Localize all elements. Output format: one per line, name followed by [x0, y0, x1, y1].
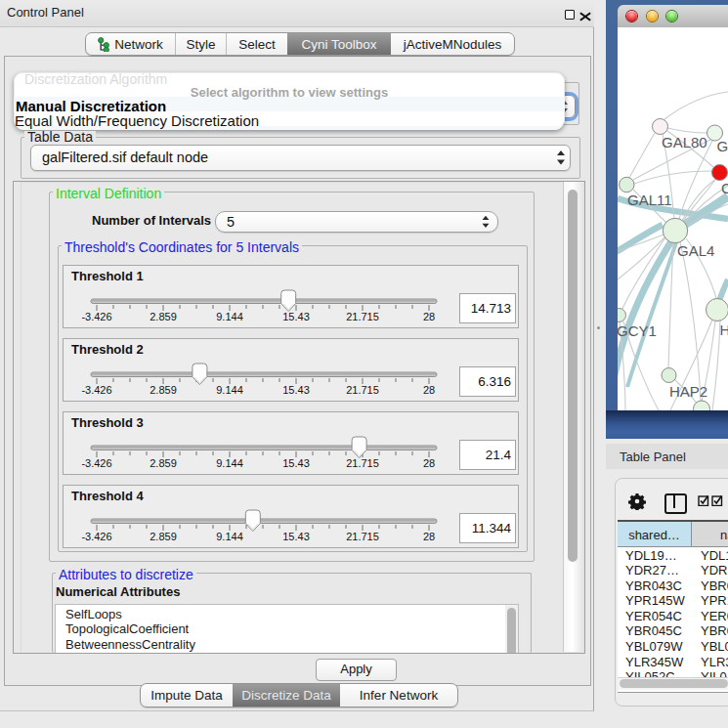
svg-text:C: C	[721, 180, 728, 196]
svg-text:-3.426: -3.426	[81, 457, 111, 469]
svg-text:-3.426: -3.426	[81, 531, 111, 542]
svg-text:GAL11: GAL11	[627, 192, 672, 208]
svg-text:9.144: 9.144	[216, 531, 243, 542]
svg-text:-3.426: -3.426	[81, 384, 111, 396]
svg-text:15.43: 15.43	[282, 384, 310, 396]
svg-text:15.43: 15.43	[282, 457, 310, 469]
svg-text:9.144: 9.144	[216, 457, 243, 469]
svg-text:2.859: 2.859	[150, 311, 177, 322]
svg-text:9.144: 9.144	[216, 311, 243, 322]
svg-text:21.715: 21.715	[346, 531, 379, 542]
svg-text:GCY1: GCY1	[618, 322, 657, 339]
svg-text:15.43: 15.43	[282, 531, 310, 542]
svg-text:28: 28	[423, 384, 435, 396]
svg-text:9.144: 9.144	[216, 384, 243, 396]
svg-text:HA: HA	[720, 321, 728, 338]
svg-text:-3.426: -3.426	[81, 311, 111, 322]
svg-text:21.715: 21.715	[346, 311, 379, 322]
svg-text:2.859: 2.859	[150, 384, 177, 396]
svg-text:28: 28	[423, 531, 435, 542]
svg-text:2.859: 2.859	[150, 457, 177, 469]
svg-text:28: 28	[423, 457, 435, 469]
svg-text:21.715: 21.715	[346, 457, 379, 469]
svg-text:21.715: 21.715	[346, 384, 379, 396]
svg-text:GAL4: GAL4	[677, 242, 714, 259]
svg-text:GA: GA	[717, 138, 728, 154]
svg-text:28: 28	[423, 311, 435, 322]
svg-text:2.859: 2.859	[150, 531, 177, 542]
svg-text:HAP2: HAP2	[669, 383, 707, 400]
svg-text:15.43: 15.43	[282, 311, 310, 322]
svg-text:GAL80: GAL80	[662, 134, 707, 150]
